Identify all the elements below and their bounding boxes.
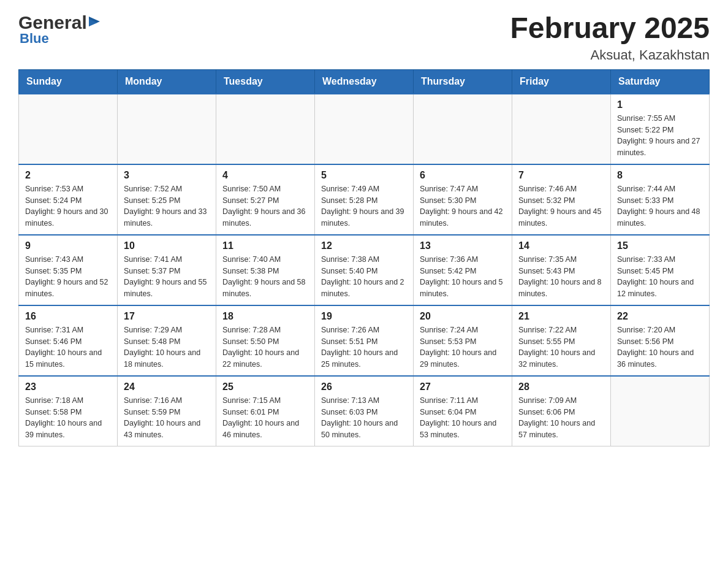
month-title: February 2025	[510, 12, 710, 45]
calendar-cell: 9Sunrise: 7:43 AMSunset: 5:35 PMDaylight…	[19, 235, 118, 305]
calendar-cell: 26Sunrise: 7:13 AMSunset: 6:03 PMDayligh…	[315, 376, 414, 446]
logo-general-text: General	[18, 12, 87, 33]
calendar-week-row: 2Sunrise: 7:53 AMSunset: 5:24 PMDaylight…	[19, 164, 710, 235]
day-number: 28	[518, 381, 604, 393]
calendar-cell: 10Sunrise: 7:41 AMSunset: 5:37 PMDayligh…	[118, 235, 216, 305]
title-block: February 2025 Aksuat, Kazakhstan	[510, 12, 710, 63]
day-info: Sunrise: 7:38 AMSunset: 5:40 PMDaylight:…	[321, 254, 407, 300]
calendar-cell	[19, 94, 118, 164]
day-number: 8	[617, 170, 703, 181]
day-number: 1	[617, 99, 703, 110]
day-number: 23	[25, 381, 111, 393]
day-info: Sunrise: 7:09 AMSunset: 6:06 PMDaylight:…	[518, 395, 604, 441]
day-number: 18	[222, 311, 308, 322]
day-info: Sunrise: 7:40 AMSunset: 5:38 PMDaylight:…	[222, 254, 308, 300]
day-info: Sunrise: 7:43 AMSunset: 5:35 PMDaylight:…	[25, 254, 111, 300]
day-number: 6	[420, 170, 506, 181]
calendar-cell: 20Sunrise: 7:24 AMSunset: 5:53 PMDayligh…	[414, 305, 512, 376]
page-header: General Blue February 2025 Aksuat, Kazak…	[18, 12, 710, 63]
day-info: Sunrise: 7:13 AMSunset: 6:03 PMDaylight:…	[321, 395, 407, 441]
day-info: Sunrise: 7:49 AMSunset: 5:28 PMDaylight:…	[321, 183, 407, 229]
day-info: Sunrise: 7:50 AMSunset: 5:27 PMDaylight:…	[222, 183, 308, 229]
day-number: 20	[420, 311, 506, 322]
day-info: Sunrise: 7:22 AMSunset: 5:55 PMDaylight:…	[518, 324, 604, 370]
day-number: 7	[518, 170, 604, 181]
weekday-header-row: SundayMondayTuesdayWednesdayThursdayFrid…	[19, 69, 710, 94]
day-info: Sunrise: 7:47 AMSunset: 5:30 PMDaylight:…	[420, 183, 506, 229]
day-info: Sunrise: 7:44 AMSunset: 5:33 PMDaylight:…	[617, 183, 703, 229]
day-number: 27	[420, 381, 506, 393]
day-number: 4	[222, 170, 308, 181]
calendar-cell: 13Sunrise: 7:36 AMSunset: 5:42 PMDayligh…	[414, 235, 512, 305]
calendar-cell: 22Sunrise: 7:20 AMSunset: 5:56 PMDayligh…	[611, 305, 710, 376]
day-info: Sunrise: 7:55 AMSunset: 5:22 PMDaylight:…	[617, 113, 703, 159]
calendar-cell: 19Sunrise: 7:26 AMSunset: 5:51 PMDayligh…	[315, 305, 414, 376]
calendar-cell: 2Sunrise: 7:53 AMSunset: 5:24 PMDaylight…	[19, 164, 118, 235]
calendar-cell: 4Sunrise: 7:50 AMSunset: 5:27 PMDaylight…	[216, 164, 315, 235]
day-number: 25	[222, 381, 308, 393]
calendar-cell: 7Sunrise: 7:46 AMSunset: 5:32 PMDaylight…	[512, 164, 611, 235]
weekday-header-friday: Friday	[512, 69, 611, 94]
day-number: 11	[222, 240, 308, 251]
day-number: 21	[518, 311, 604, 322]
calendar-table: SundayMondayTuesdayWednesdayThursdayFrid…	[18, 69, 710, 446]
day-info: Sunrise: 7:35 AMSunset: 5:43 PMDaylight:…	[518, 254, 604, 300]
calendar-cell: 1Sunrise: 7:55 AMSunset: 5:22 PMDaylight…	[611, 94, 710, 164]
calendar-cell: 24Sunrise: 7:16 AMSunset: 5:59 PMDayligh…	[118, 376, 216, 446]
calendar-cell: 16Sunrise: 7:31 AMSunset: 5:46 PMDayligh…	[19, 305, 118, 376]
day-info: Sunrise: 7:53 AMSunset: 5:24 PMDaylight:…	[25, 183, 111, 229]
calendar-cell: 6Sunrise: 7:47 AMSunset: 5:30 PMDaylight…	[414, 164, 512, 235]
day-info: Sunrise: 7:33 AMSunset: 5:45 PMDaylight:…	[617, 254, 703, 300]
calendar-cell: 28Sunrise: 7:09 AMSunset: 6:06 PMDayligh…	[512, 376, 611, 446]
day-number: 2	[25, 170, 111, 181]
calendar-cell: 23Sunrise: 7:18 AMSunset: 5:58 PMDayligh…	[19, 376, 118, 446]
day-info: Sunrise: 7:28 AMSunset: 5:50 PMDaylight:…	[222, 324, 308, 370]
day-number: 26	[321, 381, 407, 393]
calendar-cell: 18Sunrise: 7:28 AMSunset: 5:50 PMDayligh…	[216, 305, 315, 376]
day-info: Sunrise: 7:41 AMSunset: 5:37 PMDaylight:…	[124, 254, 210, 300]
day-info: Sunrise: 7:31 AMSunset: 5:46 PMDaylight:…	[25, 324, 111, 370]
calendar-week-row: 1Sunrise: 7:55 AMSunset: 5:22 PMDaylight…	[19, 94, 710, 164]
logo-flag-icon	[89, 17, 100, 31]
calendar-week-row: 9Sunrise: 7:43 AMSunset: 5:35 PMDaylight…	[19, 235, 710, 305]
calendar-cell: 12Sunrise: 7:38 AMSunset: 5:40 PMDayligh…	[315, 235, 414, 305]
day-number: 24	[124, 381, 210, 393]
calendar-cell: 8Sunrise: 7:44 AMSunset: 5:33 PMDaylight…	[611, 164, 710, 235]
calendar-cell: 27Sunrise: 7:11 AMSunset: 6:04 PMDayligh…	[414, 376, 512, 446]
day-info: Sunrise: 7:20 AMSunset: 5:56 PMDaylight:…	[617, 324, 703, 370]
weekday-header-saturday: Saturday	[611, 69, 710, 94]
day-info: Sunrise: 7:36 AMSunset: 5:42 PMDaylight:…	[420, 254, 506, 300]
location-text: Aksuat, Kazakhstan	[510, 47, 710, 63]
day-number: 16	[25, 311, 111, 322]
calendar-cell: 11Sunrise: 7:40 AMSunset: 5:38 PMDayligh…	[216, 235, 315, 305]
logo: General Blue	[18, 12, 100, 47]
calendar-cell	[118, 94, 216, 164]
day-number: 12	[321, 240, 407, 251]
weekday-header-tuesday: Tuesday	[216, 69, 315, 94]
day-info: Sunrise: 7:24 AMSunset: 5:53 PMDaylight:…	[420, 324, 506, 370]
day-number: 3	[124, 170, 210, 181]
day-number: 5	[321, 170, 407, 181]
calendar-cell	[512, 94, 611, 164]
calendar-cell	[315, 94, 414, 164]
calendar-cell: 3Sunrise: 7:52 AMSunset: 5:25 PMDaylight…	[118, 164, 216, 235]
weekday-header-monday: Monday	[118, 69, 216, 94]
day-info: Sunrise: 7:26 AMSunset: 5:51 PMDaylight:…	[321, 324, 407, 370]
day-number: 19	[321, 311, 407, 322]
weekday-header-thursday: Thursday	[414, 69, 512, 94]
calendar-cell: 14Sunrise: 7:35 AMSunset: 5:43 PMDayligh…	[512, 235, 611, 305]
calendar-week-row: 23Sunrise: 7:18 AMSunset: 5:58 PMDayligh…	[19, 376, 710, 446]
calendar-cell	[216, 94, 315, 164]
day-number: 14	[518, 240, 604, 251]
calendar-cell	[611, 376, 710, 446]
day-info: Sunrise: 7:11 AMSunset: 6:04 PMDaylight:…	[420, 395, 506, 441]
day-number: 15	[617, 240, 703, 251]
day-info: Sunrise: 7:18 AMSunset: 5:58 PMDaylight:…	[25, 395, 111, 441]
calendar-cell: 17Sunrise: 7:29 AMSunset: 5:48 PMDayligh…	[118, 305, 216, 376]
calendar-cell: 25Sunrise: 7:15 AMSunset: 6:01 PMDayligh…	[216, 376, 315, 446]
weekday-header-sunday: Sunday	[19, 69, 118, 94]
day-info: Sunrise: 7:52 AMSunset: 5:25 PMDaylight:…	[124, 183, 210, 229]
calendar-cell: 15Sunrise: 7:33 AMSunset: 5:45 PMDayligh…	[611, 235, 710, 305]
day-number: 10	[124, 240, 210, 251]
day-number: 17	[124, 311, 210, 322]
